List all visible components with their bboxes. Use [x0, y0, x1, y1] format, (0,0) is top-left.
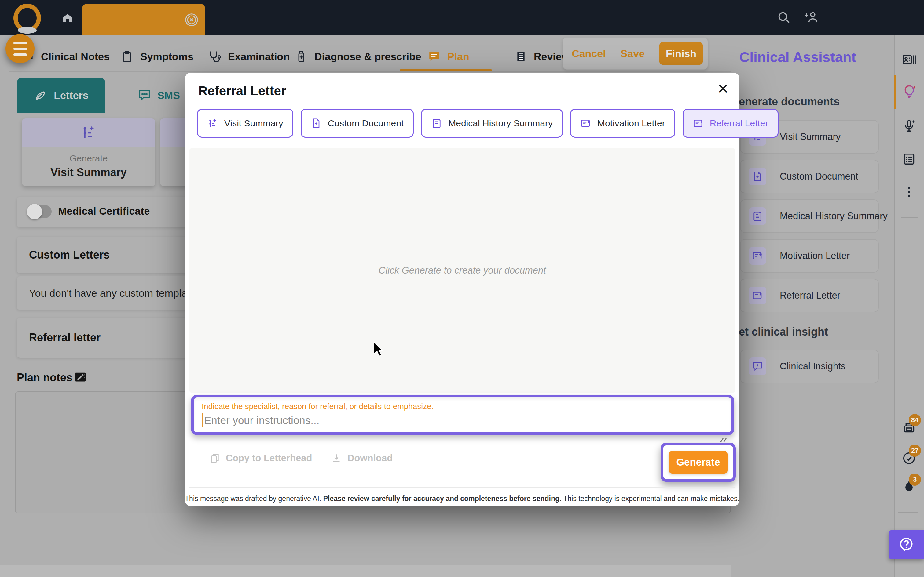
tab-plan[interactable]: Plan — [428, 47, 469, 66]
tab-symptoms[interactable]: Symptoms — [121, 47, 194, 66]
tab-review[interactable]: Review — [515, 47, 570, 66]
generate-documents-section-label: Generate documents — [730, 95, 840, 108]
assistant-item-motivation-letter[interactable]: Motivation Letter — [740, 239, 879, 272]
tab-clinical-notes[interactable]: Clinical Notes — [21, 47, 110, 66]
clinical-insight-section-label: Get clinical insight — [730, 326, 828, 338]
finish-button[interactable]: Finish — [659, 42, 703, 65]
sparkle-list-icon — [207, 118, 218, 129]
menu-fab[interactable] — [5, 34, 34, 63]
form-icon[interactable] — [902, 152, 916, 166]
close-tab-icon[interactable] — [184, 13, 199, 27]
download-icon — [331, 453, 342, 464]
chip-motivation-letter[interactable]: Motivation Letter — [570, 109, 675, 138]
chip-referral-letter[interactable]: Referral Letter — [683, 109, 779, 138]
tab-letters[interactable]: Letters — [17, 77, 105, 113]
quill-icon — [34, 89, 47, 102]
instructions-placeholder: Enter your instructions... — [204, 414, 319, 427]
kebab-icon[interactable] — [902, 185, 916, 199]
save-button[interactable]: Save — [620, 48, 645, 60]
help-bubble-icon — [898, 537, 914, 553]
letter-sparkle-icon — [580, 118, 591, 129]
cancel-button[interactable]: Cancel — [572, 48, 606, 60]
chip-medical-history-summary[interactable]: Medical History Summary — [421, 109, 563, 138]
tab-diagnose-prescribe[interactable]: Diagnose & prescribe — [295, 47, 422, 66]
rail-divider — [898, 512, 918, 513]
home-icon[interactable] — [61, 11, 74, 24]
tablet-pen-icon[interactable] — [73, 370, 87, 384]
printer-badge: 84 — [909, 414, 921, 426]
plan-notes-label: Plan notes — [17, 371, 73, 384]
assistant-item-custom-document[interactable]: Custom Document — [740, 160, 879, 193]
clipboard-icon — [121, 50, 134, 63]
referral-letter-modal: Referral Letter ✕ Visit Summary Custom D… — [185, 73, 740, 506]
ai-disclaimer: This message was drafted by generative A… — [185, 495, 740, 503]
medical-certificate-label: Medical Certificate — [58, 205, 150, 217]
tab-label: Clinical Notes — [41, 51, 110, 63]
hamburger-icon — [13, 42, 27, 44]
contact-card-icon[interactable] — [902, 53, 916, 66]
letter-sparkle-icon — [749, 247, 766, 265]
generate-visit-summary-card[interactable]: Generate Visit Summary — [22, 118, 155, 186]
tab-label: Diagnose & prescribe — [314, 51, 422, 63]
card-title: Visit Summary — [22, 166, 155, 179]
help-button[interactable] — [888, 530, 924, 559]
copy-to-letterhead-button[interactable]: Copy to Letterhead — [209, 453, 312, 464]
chip-visit-summary[interactable]: Visit Summary — [197, 109, 293, 138]
generate-highlight-ring: Generate — [661, 443, 736, 482]
document-type-chips: Visit Summary Custom Document Medical Hi… — [197, 109, 779, 138]
close-icon[interactable]: ✕ — [717, 82, 729, 96]
copy-icon — [209, 453, 220, 464]
stethoscope-icon — [208, 50, 221, 63]
card-banner — [22, 118, 155, 147]
tab-sms[interactable]: SMS — [122, 77, 195, 113]
tasks-badge: 27 — [909, 445, 921, 457]
sparkle-list-icon — [80, 124, 97, 141]
instructions-helper: Indicate the specialist, reason for refe… — [202, 402, 434, 411]
app-root: Clinical Notes Symptoms Examination Diag… — [0, 0, 924, 577]
medicine-bottle-icon — [295, 50, 308, 63]
resize-handle[interactable] — [721, 438, 725, 443]
modal-footer-divider — [189, 487, 735, 488]
tab-examination[interactable]: Examination — [208, 47, 290, 66]
search-icon[interactable] — [777, 10, 791, 24]
letter-sparkle-icon — [693, 118, 704, 129]
assistant-item-clinical-insights[interactable]: Clinical Insights — [740, 350, 879, 383]
drop-badge: 3 — [909, 474, 921, 486]
file-plus-icon — [311, 118, 322, 129]
chat-icon — [428, 50, 441, 63]
card-eyebrow: Generate — [22, 153, 155, 164]
assistant-item-referral-letter[interactable]: Referral Letter — [740, 279, 879, 312]
doc-list-icon — [749, 207, 766, 225]
generate-button[interactable]: Generate — [669, 451, 727, 474]
tab-label: Plan — [447, 51, 469, 63]
doc-list-icon — [431, 118, 442, 129]
toggle-knob — [27, 204, 42, 219]
nav-divider — [9, 71, 732, 72]
patient-tab[interactable] — [82, 4, 205, 35]
document-preview-area: Click Generate to create your document — [189, 148, 735, 393]
lightbulb-sparkle-icon[interactable] — [902, 84, 917, 99]
tab-label: Symptoms — [140, 51, 194, 63]
instructions-input[interactable]: Indicate the specialist, reason for refe… — [191, 395, 734, 435]
text-caret — [202, 413, 203, 427]
assistant-title: Clinical Assistant — [740, 49, 856, 65]
content-bottom-strip — [0, 565, 732, 577]
top-bar — [0, 0, 924, 35]
app-logo-lens — [18, 27, 37, 34]
tab-label: Examination — [228, 51, 290, 63]
active-tool-indicator — [894, 76, 897, 109]
chip-custom-document[interactable]: Custom Document — [300, 109, 414, 138]
mouse-cursor — [373, 341, 386, 358]
rail-divider — [901, 218, 918, 218]
encounter-actions: Cancel Save Finish — [562, 37, 708, 69]
tool-rail — [894, 35, 924, 577]
chat-sparkle-icon — [749, 358, 766, 375]
assistant-item-medical-history[interactable]: Medical History Summary — [740, 199, 879, 233]
mic-sparkle-icon[interactable] — [902, 119, 916, 133]
download-button[interactable]: Download — [331, 453, 393, 464]
review-list-icon — [515, 50, 527, 63]
active-tab-underline — [400, 69, 492, 71]
person-add-icon[interactable] — [804, 10, 819, 25]
sms-bubble-icon — [138, 89, 151, 102]
modal-title: Referral Letter — [198, 84, 286, 98]
